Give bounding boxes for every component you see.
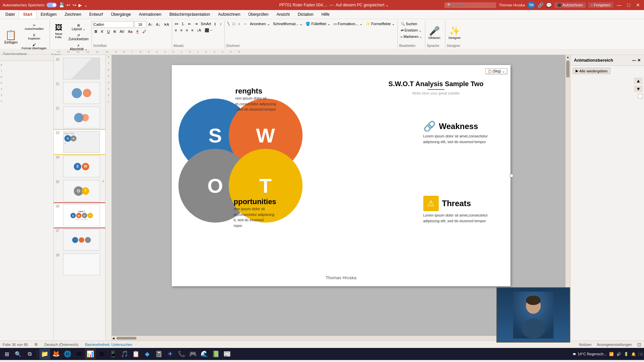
slide-thumb-31[interactable]: 31 [54,81,105,105]
align-center-btn[interactable]: ≡ [179,27,184,33]
slide-select-checkbox[interactable] [638,94,643,99]
present-icon[interactable]: ▶ [78,3,82,8]
anim-down-btn[interactable]: ▼ [634,85,643,92]
line-spacing-btn[interactable]: ↕ [218,21,223,27]
copy-btn[interactable]: ⎘Kopieren [20,32,48,41]
strikethrough-btn[interactable]: S [112,29,117,34]
clipboard-taskbar-btn[interactable]: 📋 [130,349,141,359]
find-btn[interactable]: 🔍 Suchen [399,21,419,27]
new-slide-btn[interactable]: 🖼 NeueFolie [51,21,66,41]
font-size-input[interactable] [134,21,146,28]
tab-einfuegen[interactable]: Einfügen [37,10,60,18]
shape-line-btn[interactable]: ╲ [226,21,231,27]
minimize-btn[interactable]: — [616,2,623,8]
display-settings-btn[interactable]: Anzeigeeinstellungen [597,343,632,347]
search-input[interactable] [453,3,493,7]
music-btn[interactable]: 🎵 [119,349,130,359]
anim-collapse-btn[interactable]: — [632,58,636,63]
underline-btn[interactable]: U [106,29,111,34]
slide-thumb-38[interactable]: 38 [54,252,105,277]
undo-icon[interactable]: ↩ [66,2,70,8]
align-left-btn[interactable]: ≡ [173,27,178,33]
decrease-indent-btn[interactable]: ⇤ [187,21,193,27]
align-right-btn[interactable]: ≡ [184,27,189,33]
quick-styles-btn[interactable]: Schnellformat... ⌄ [272,21,304,27]
select-btn[interactable]: ▹ Markieren ⌄ [399,34,424,40]
skype-btn[interactable]: 📞 [176,349,187,359]
slide-thumb-34[interactable]: 34 S W [54,154,105,179]
font-color-btn[interactable]: A̲ [135,28,140,34]
tab-ansicht[interactable]: Ansicht [272,10,293,18]
paste-tooltip[interactable]: 📋 (Strg) ⌄ [485,68,507,74]
designer-btn[interactable]: ✨ Designer [447,22,462,43]
selection-handle[interactable] [510,174,513,177]
sound-icon[interactable]: 🔊 [616,352,621,356]
network-icon[interactable]: 📶 [609,352,614,356]
share-icon[interactable]: 🔗 [538,2,543,8]
start-btn[interactable]: ⊞ [1,349,12,359]
share-btn[interactable]: ↑ Freigeben [588,2,613,8]
arrange-btn[interactable]: Anordnen ⌄ [249,21,271,27]
extra-btn[interactable]: 📰 [222,349,232,359]
font-grow-btn[interactable]: A↑ [147,22,154,27]
text-case-btn[interactable]: Aa [127,29,134,34]
game-btn[interactable]: 🎮 [187,349,198,359]
search-taskbar-btn[interactable]: 🔍 [13,349,23,359]
more-icon[interactable]: ⌄ [84,3,88,8]
close-btn[interactable]: ✕ [635,2,641,8]
justify-btn[interactable]: ≡ [190,27,195,33]
onenote-btn[interactable]: 📓 [153,349,164,359]
increase-indent-btn[interactable]: ⇥ [193,21,199,27]
slide-main-canvas[interactable]: 📋 (Strg) ⌄ S W O T renghts rem ipsum dol… [172,65,511,286]
tab-aufzeichnen[interactable]: Aufzeichnen [214,10,244,18]
paste-dropdown-icon[interactable]: ⌄ [502,69,505,73]
format-copy-btn[interactable]: 🖌Format übertragen [20,42,48,51]
h-scrollbar-thumb[interactable] [116,337,137,340]
save-status-dropdown[interactable]: ⌄ [385,3,389,7]
v-scrollbar-thumb[interactable] [566,61,570,77]
teams-btn[interactable]: ✈ [165,349,175,359]
fill-btn[interactable]: 🪣 Fülleffekt ⌄ [304,21,332,27]
tab-entwurf[interactable]: Entwurf [85,10,107,18]
taskview-btn[interactable]: ⧉ [24,349,35,359]
checkbox-empty[interactable] [638,94,643,99]
tab-hilfe[interactable]: Hilfe [317,10,333,18]
save-icon[interactable]: 💾 [59,2,64,8]
anim-close-btn[interactable]: ✕ [637,58,641,63]
tab-animationen[interactable]: Animationen [135,10,165,18]
maximize-btn[interactable]: □ [625,2,632,8]
slide-thumb-37[interactable]: 37 [54,228,105,252]
auto-save-toggle[interactable] [47,3,57,7]
tab-ueberpruefen[interactable]: Überprüfen [244,10,272,18]
replace-btn[interactable]: ⇄ Ersetzen ⌄ [399,27,423,33]
slide-thumb-30[interactable]: 30 [54,56,105,81]
layout-btn[interactable]: ⊞ Layout ⌄ [67,22,90,32]
powerpoint-btn[interactable]: 📊 [85,349,96,359]
chrome-btn[interactable]: 🌐 [62,349,73,359]
font-shrink-btn[interactable]: A↓ [155,22,162,27]
effects-btn[interactable]: ✨ Formeffekte ⌄ [364,21,396,27]
outline-btn[interactable]: ▭ Formatkon... ⌄ [332,21,364,27]
highlight-btn[interactable]: 🖊 [141,29,148,34]
list-bullets-btn[interactable]: ≡• [173,21,179,27]
tab-zeichnen[interactable]: Zeichnen [61,10,85,18]
shape-arrow-btn[interactable]: → [242,21,248,27]
tab-bildschirm[interactable]: Bildschirmpräsentation [165,10,214,18]
cut-btn[interactable]: ✂Ausschneiden [20,22,48,32]
slide-thumb-33[interactable]: 33 [Kein Titel] S O ✕ [54,130,105,154]
paste-btn[interactable]: 📋 Einfügen [3,21,19,52]
redo-icon[interactable]: ↪ [72,2,76,8]
reset-btn[interactable]: ↺ Zurücksetzen [67,33,90,42]
accessibility-label[interactable]: Barrierefreiheit: Untersuchen [85,343,132,347]
comments-icon[interactable]: 💬 [546,2,552,8]
tab-start[interactable]: Start [19,10,37,19]
tab-dictation[interactable]: Dictation [294,10,318,18]
slide-structure-icon[interactable]: ⊞ [35,342,38,347]
italic-btn[interactable]: K [100,29,105,34]
text-direction-btn[interactable]: ↕A [196,27,203,33]
search-box[interactable]: 🔍 [444,2,496,8]
tab-datei[interactable]: Datei [1,10,19,18]
notification-icon[interactable]: 🔔 [631,352,636,356]
notes-btn[interactable]: Notizen [579,343,591,347]
tab-uebergaenge[interactable]: Übergänge [107,10,135,18]
